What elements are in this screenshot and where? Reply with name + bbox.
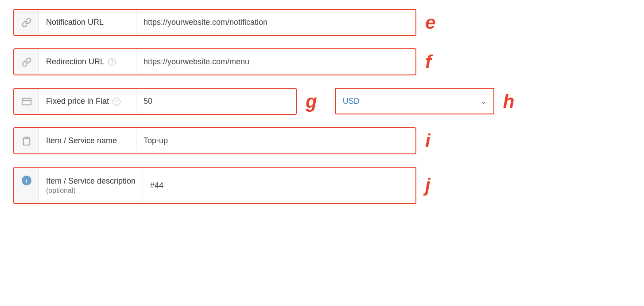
item-service-description-label: Item / Service description (optional) <box>39 168 143 203</box>
section-letter-h: h <box>503 92 515 111</box>
item-service-description-section: i Item / Service description (optional) … <box>13 167 631 204</box>
item-service-name-field-box: Item / Service name <box>13 127 416 154</box>
item-service-name-input[interactable] <box>136 128 415 153</box>
clipboard-icon <box>14 128 39 153</box>
notification-url-field-box: Notification URL <box>13 9 416 36</box>
item-service-description-input[interactable] <box>143 168 415 203</box>
svg-rect-0 <box>22 98 31 105</box>
notification-url-input[interactable] <box>136 10 415 35</box>
info-circle-icon: i <box>22 176 31 185</box>
section-letter-e: e <box>425 13 435 32</box>
fixed-price-field-box: Fixed price in Fiat ? <box>13 88 297 115</box>
fixed-price-section: Fixed price in Fiat ? g USD EUR GBP CAD … <box>13 88 631 115</box>
section-letter-f: f <box>425 53 431 71</box>
help-icon-redirection[interactable]: ? <box>108 58 116 66</box>
fixed-price-label: Fixed price in Fiat ? <box>39 89 136 114</box>
notification-url-label: Notification URL <box>39 10 136 35</box>
currency-select[interactable]: USD EUR GBP CAD AUD <box>336 89 473 114</box>
chevron-down-icon: ⌄ <box>473 97 493 106</box>
info-icon: i <box>14 168 39 203</box>
link-icon <box>14 10 39 35</box>
fixed-price-input[interactable] <box>136 89 296 114</box>
redirection-url-section: Redirection URL ? f <box>13 48 631 75</box>
section-letter-g: g <box>306 92 317 111</box>
item-service-description-field-box: i Item / Service description (optional) <box>13 167 416 204</box>
redirection-url-field-box: Redirection URL ? <box>13 48 416 75</box>
svg-rect-2 <box>25 137 28 138</box>
item-service-name-label: Item / Service name <box>39 128 136 153</box>
currency-field-box: USD EUR GBP CAD AUD ⌄ <box>335 88 494 114</box>
price-currency-row: Fixed price in Fiat ? g USD EUR GBP CAD … <box>13 88 514 115</box>
money-icon <box>14 89 39 114</box>
link-icon-2 <box>14 49 39 75</box>
section-letter-i: i <box>425 132 431 150</box>
help-icon-price[interactable]: ? <box>113 98 120 106</box>
redirection-url-input[interactable] <box>136 49 415 75</box>
section-letter-j: j <box>425 176 431 195</box>
notification-url-section: Notification URL e <box>13 9 631 36</box>
item-service-name-section: Item / Service name i <box>13 127 631 154</box>
redirection-url-label: Redirection URL ? <box>39 49 136 75</box>
